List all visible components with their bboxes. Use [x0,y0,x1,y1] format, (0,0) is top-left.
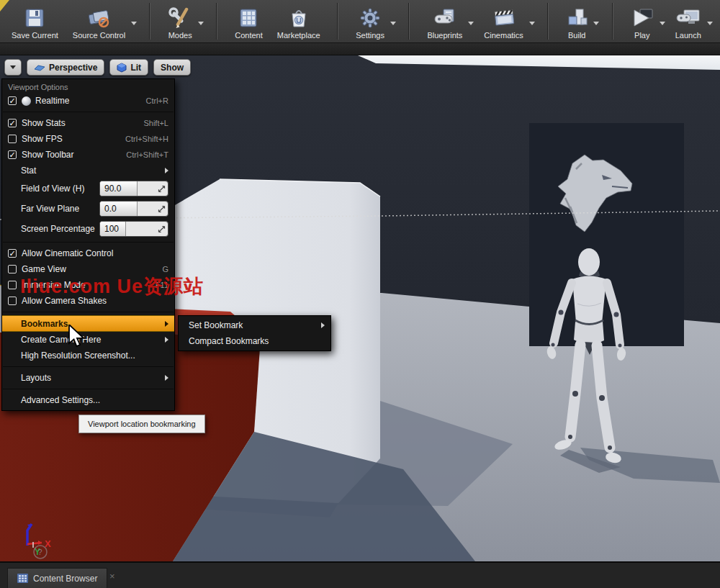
window-corner-accent [0,0,9,12]
checkbox[interactable] [8,135,17,143]
chevron-down-icon[interactable] [529,22,535,25]
menu-item-layouts[interactable]: Layouts [2,370,174,386]
submenu-arrow-icon [165,337,168,343]
toolbar-group: Modes [161,0,207,42]
toolbar-group: Settings [348,0,399,42]
far-view-plane-input[interactable]: 0.0 [99,201,168,217]
checkbox[interactable] [8,297,17,305]
spin-drag-icon[interactable] [158,185,166,195]
marketplace-button[interactable]: Marketplace [270,0,328,42]
chevron-down-icon[interactable] [131,22,137,25]
checkbox[interactable]: ✓ [8,249,17,258]
toolbar-button-label: Launch [675,31,701,40]
mouse-cursor [68,325,85,352]
tooltip: Viewport location bookmarking [78,415,205,433]
save-current-button[interactable]: Save Current [4,0,66,42]
menu-item-label: High Resolution Screenshot... [21,350,135,361]
toolbar-button-label: Cinematics [484,31,523,40]
submenu-item-compact-bookmarks[interactable]: Compact Bookmarks [179,333,330,349]
menu-item-show-fps[interactable]: Show FPSCtrl+Shift+H [2,131,174,147]
tab-close-icon[interactable]: × [109,571,115,581]
chevron-down-icon[interactable] [390,22,396,25]
cinematics-button[interactable]: Cinematics [477,0,537,42]
spin-drag-icon[interactable] [158,225,166,235]
menu-item-label: Advanced Settings... [21,395,100,405]
show-button[interactable]: Show [153,59,191,76]
shortcut-label: Ctrl+R [146,96,168,105]
menu-title: Viewport Options [2,81,174,93]
screen-percentage-input[interactable]: 100 [99,221,168,237]
build-icon [566,5,588,31]
viewport-toolbar: Perspective Lit Show [4,59,191,76]
menu-item-show-stats[interactable]: ✓Show StatsShift+L [2,115,174,131]
shortcut-label: Ctrl+Shift+T [126,150,168,159]
menu-item-label: Realtime [35,96,69,106]
menu-item-label: Screen Percentage [21,224,95,234]
toolbar-button-label: Source Control [73,31,125,40]
toolbar-separator [150,3,150,40]
submenu-item-set-bookmark[interactable]: Set Bookmark [179,317,330,333]
menu-separator [3,312,174,312]
chevron-down-icon[interactable] [660,22,665,25]
submenu-item-label: Compact Bookmarks [189,336,269,346]
launch-button[interactable]: Launch [668,0,716,42]
settings-icon [359,5,381,31]
menu-item-field-of-view-h[interactable]: Field of View (H)90.0 [2,178,174,199]
menu-item-show-toolbar[interactable]: ✓Show ToolbarCtrl+Shift+T [2,147,174,163]
content-button[interactable]: Content [228,0,270,42]
perspective-button[interactable]: Perspective [27,59,104,76]
toolbar-lower-strip [0,43,720,55]
lit-button[interactable]: Lit [109,59,148,76]
menu-item-stat[interactable]: Stat [2,163,174,178]
checkbox[interactable]: ✓ [8,119,17,127]
checkbox[interactable] [8,265,17,273]
toolbar-separator [338,3,338,40]
content-browser-tab[interactable]: Content Browser [7,568,107,588]
source-control-button[interactable]: Source Control [66,0,140,42]
play-icon [631,5,654,31]
build-button[interactable]: Build [559,0,602,42]
menu-item-label: Bookmarks [21,319,68,329]
save-icon [24,5,45,31]
checkbox[interactable]: ✓ [8,96,17,105]
bottom-tab-bar: Content Browser × [0,561,720,588]
checkbox[interactable]: ✓ [8,150,17,159]
chevron-down-icon[interactable] [593,22,599,25]
content-browser-icon [17,574,28,583]
menu-item-label: Show FPS [22,134,63,144]
chevron-down-icon[interactable] [707,22,713,25]
shortcut-label: Shift+L [143,119,168,127]
settings-button[interactable]: Settings [348,0,399,42]
dragon-panel[interactable] [529,123,684,346]
main-toolbar: Save CurrentSource ControlModesContentMa… [0,0,720,43]
menu-item-label: Layouts [21,373,51,383]
content-icon [238,5,259,31]
spin-drag-icon[interactable] [158,205,166,215]
origin-help-mark: ? [38,548,42,556]
viewport-3d[interactable]: X Y ? Perspective Lit Show Viewp [0,55,720,561]
lit-label: Lit [130,63,141,73]
menu-item-label: Create Camera Here [21,335,101,345]
field-of-view-h-input[interactable]: 90.0 [99,181,168,196]
menu-item-far-view-plane[interactable]: Far View Plane0.0 [2,199,174,219]
checkbox[interactable] [8,281,17,289]
chevron-down-icon[interactable] [468,22,474,25]
menu-item-screen-percentage[interactable]: Screen Percentage100 [2,219,174,239]
realtime-sphere-icon [22,96,31,106]
perspective-label: Perspective [49,63,97,73]
chevron-down-icon[interactable] [198,22,204,25]
menu-item-create-camera-here[interactable]: Create Camera Here [2,332,174,348]
menu-item-high-resolution-screenshot[interactable]: High Resolution Screenshot... [2,348,174,363]
viewport-options-button[interactable] [4,59,22,76]
menu-separator [3,366,174,367]
blueprints-button[interactable]: Blueprints [420,0,477,42]
menu-item-realtime[interactable]: ✓RealtimeCtrl+R [2,93,174,109]
shortcut-label: G [162,265,168,273]
menu-item-allow-cinematic-control[interactable]: ✓Allow Cinematic Control [2,245,174,261]
toolbar-button-label: Marketplace [277,31,320,40]
menu-item-advanced-settings[interactable]: Advanced Settings... [2,392,174,408]
play-button[interactable]: Play [624,0,668,42]
menu-item-bookmarks[interactable]: Bookmarks [2,315,174,332]
modes-button[interactable]: Modes [161,0,207,42]
menu-item-label: Far View Plane [21,204,79,214]
